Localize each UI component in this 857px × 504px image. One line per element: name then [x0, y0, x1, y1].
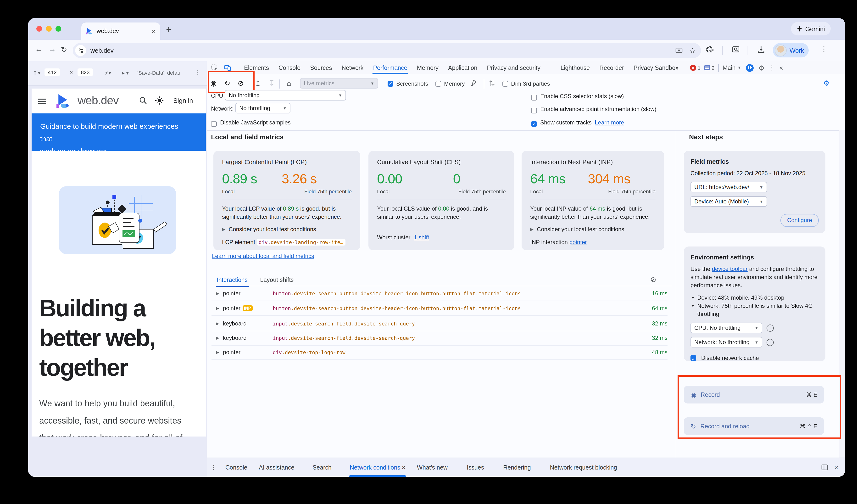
interaction-row[interactable]: ▶ pointer INP button.devsite-search-butt… — [212, 301, 668, 316]
drawer-tab-network-conditions[interactable]: Network conditions × — [344, 458, 411, 476]
drawer-close-icon[interactable]: × — [834, 463, 838, 471]
device-width-input[interactable]: 412 — [45, 68, 60, 76]
drawer-menu-icon[interactable]: ⋮ — [211, 464, 217, 471]
inp-expander[interactable]: ▶Consider your local test conditions — [530, 226, 656, 233]
devtools-menu-icon[interactable]: ⋮ — [769, 64, 775, 71]
expand-arrow-icon[interactable]: ▶ — [216, 350, 219, 355]
tab-privacy-security[interactable]: Privacy and security — [482, 62, 545, 74]
interaction-row[interactable]: ▶ keyboard input.devsite-search-field.de… — [212, 331, 668, 346]
record-button[interactable]: ◉ Record ⌘ E — [684, 386, 824, 403]
inspect-icon[interactable] — [211, 64, 218, 71]
expand-arrow-icon[interactable]: ▶ — [216, 336, 219, 340]
message-badge[interactable]: 2 — [704, 65, 715, 71]
zoom-dropdown-icon[interactable]: ⚡▾ — [105, 70, 111, 76]
screenshots-checkbox[interactable] — [388, 80, 393, 87]
save-data-label[interactable]: 'Save-Data': defau — [137, 70, 191, 75]
forward-icon[interactable]: → — [48, 45, 56, 54]
memory-checkbox[interactable] — [435, 80, 441, 87]
bookmark-star-icon[interactable]: ☆ — [689, 46, 696, 55]
panel-settings-gear-icon[interactable]: ⚙ — [823, 79, 829, 88]
back-icon[interactable]: ← — [35, 45, 43, 54]
drawer-tab-ai-assistance[interactable]: AI assistance — [253, 458, 300, 476]
site-brand[interactable]: web.dev — [78, 94, 119, 107]
custom-tracks-label[interactable]: Show custom tracks — [540, 119, 592, 126]
device-select[interactable]: Device: Auto (Mobile)▼ — [690, 196, 767, 207]
cpu-info-icon[interactable]: i — [767, 324, 774, 332]
devtools-settings-icon[interactable]: ⚙ — [758, 64, 764, 71]
traffic-zoom-button[interactable] — [55, 26, 61, 32]
tab-recorder[interactable]: Recorder — [594, 62, 629, 74]
tab-layout-shifts[interactable]: Layout shifts — [260, 276, 293, 283]
lcp-element-code[interactable]: div.devsite-landing-row-ite… — [257, 239, 345, 246]
webdev-logo[interactable] — [56, 94, 70, 108]
tab-lighthouse[interactable]: Lighthouse — [556, 62, 594, 74]
throttle-dropdown-icon[interactable]: ▸ ▾ — [122, 70, 129, 76]
record-and-reload-button[interactable]: ↻ Record and reload ⌘ ⇧ E — [684, 417, 824, 435]
screenshots-label[interactable]: Screenshots — [396, 80, 428, 87]
drawer-tab-network-request-blocking[interactable]: Network request blocking — [544, 458, 623, 476]
tab-sources[interactable]: Sources — [305, 62, 337, 74]
site-menu-icon[interactable] — [38, 97, 46, 106]
interaction-row[interactable]: ▶ keyboard input.devsite-search-field.de… — [212, 316, 668, 331]
browser-tab[interactable]: web.dev × — [81, 22, 160, 40]
tab-network[interactable]: Network — [337, 62, 368, 74]
gc-brush-icon[interactable] — [469, 80, 477, 87]
css-stats-checkbox[interactable] — [531, 93, 537, 101]
url-select[interactable]: URL: https://web.dev/▼ — [690, 182, 767, 192]
expand-arrow-icon[interactable]: ▶ — [216, 291, 219, 296]
sign-in-link[interactable]: Sign in — [173, 97, 193, 104]
devtools-close-icon[interactable]: × — [779, 64, 783, 71]
new-tab-button[interactable]: + — [166, 24, 171, 35]
interaction-row[interactable]: ▶ pointer div.devsite-top-logo-row 48 ms — [212, 345, 668, 360]
network-throttle-select[interactable]: No throttling▼ — [235, 103, 290, 114]
device-height-input[interactable]: 823 — [78, 68, 93, 76]
traffic-minimize-button[interactable] — [46, 26, 52, 32]
disable-js-checkbox[interactable] — [211, 119, 217, 128]
site-search-icon[interactable] — [139, 96, 147, 105]
cls-shift-link[interactable]: 1 shift — [414, 234, 429, 241]
reload-icon[interactable]: ↻ — [61, 45, 67, 54]
expand-arrow-icon[interactable]: ▶ — [216, 306, 219, 310]
network-info-icon[interactable]: i — [767, 339, 774, 346]
custom-tracks-checkbox[interactable] — [531, 119, 537, 128]
learn-more-metrics-link[interactable]: Learn more about local and field metrics — [212, 253, 314, 259]
tab-performance[interactable]: Performance — [368, 62, 412, 74]
device-type-icon[interactable]: ▯ ▾ — [33, 70, 40, 76]
extensions-icon[interactable] — [706, 46, 714, 54]
device-toolbar-icon[interactable] — [224, 64, 231, 71]
custom-tracks-learn-more-link[interactable]: Learn more — [595, 119, 624, 126]
paint-instrumentation-label[interactable]: Enable advanced paint instrumentation (s… — [540, 106, 656, 113]
cpu-throttle-select[interactable]: No throttling▼ — [225, 90, 346, 101]
clear-interactions-icon[interactable]: ⊘ — [650, 275, 656, 284]
address-bar[interactable]: web.dev ☆ — [73, 43, 701, 58]
tab-console[interactable]: Console — [274, 62, 305, 74]
interaction-row[interactable]: ▶ pointer button.devsite-search-button.d… — [212, 286, 668, 301]
downloads-icon[interactable] — [757, 46, 765, 54]
expand-arrow-icon[interactable]: ▶ — [216, 321, 219, 326]
device-toolbar-link[interactable]: device toolbar — [712, 266, 747, 272]
dim-label[interactable]: Dim 3rd parties — [511, 80, 550, 87]
tab-memory[interactable]: Memory — [412, 62, 443, 74]
device-toolbar-menu-icon[interactable]: ⋮ — [195, 69, 201, 76]
search-tabs-icon[interactable] — [732, 46, 740, 54]
install-icon[interactable] — [675, 47, 683, 54]
disable-js-label[interactable]: Disable JavaScript samples — [220, 119, 291, 126]
inp-pointer-link[interactable]: pointer — [569, 239, 587, 246]
disable-cache-row[interactable]: Disable network cache — [690, 354, 819, 362]
profile-button[interactable]: Work — [773, 43, 809, 57]
paint-instrumentation-checkbox[interactable] — [531, 106, 537, 114]
css-stats-label[interactable]: Enable CSS selector stats (slow) — [540, 93, 624, 100]
split-panel-icon[interactable] — [821, 464, 828, 471]
main-context-select[interactable]: Main▼ — [723, 64, 741, 71]
site-settings-icon[interactable] — [75, 45, 86, 56]
drawer-tab-rendering[interactable]: Rendering — [498, 458, 536, 476]
upload-profile-icon[interactable]: ↥ — [253, 79, 263, 88]
sidebar-cpu-select[interactable]: CPU: No throttling▼ — [690, 323, 762, 333]
theme-toggle-icon[interactable] — [155, 96, 164, 105]
configure-button[interactable]: Configure — [780, 214, 819, 227]
dim-checkbox[interactable] — [502, 80, 508, 87]
gemini-button[interactable]: Gemini — [791, 22, 831, 35]
drawer-tab-close-icon[interactable]: × — [402, 464, 405, 471]
tab-application[interactable]: Application — [443, 62, 482, 74]
error-badge[interactable]: ✕ 1 — [690, 65, 701, 71]
